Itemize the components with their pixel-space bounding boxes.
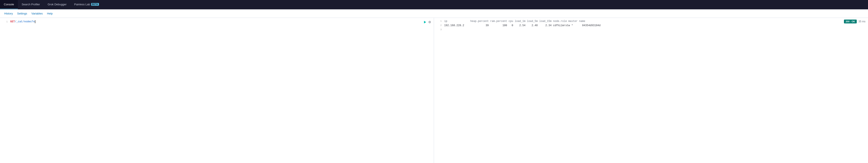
line-number-1: 1 bbox=[2, 21, 8, 23]
tab-console-label: Console bbox=[4, 3, 14, 6]
output-line-number-2: 2 bbox=[436, 24, 442, 27]
tab-grok-debugger[interactable]: Grok Debugger bbox=[44, 0, 70, 9]
method-get: GET bbox=[10, 20, 15, 23]
status-badge-area: 200 - OK 35 ms bbox=[844, 20, 865, 24]
output-line-1: 1 ip heap.percent ram.percent cpu load_1… bbox=[434, 20, 868, 24]
tab-grok-debugger-label: Grok Debugger bbox=[48, 3, 67, 6]
output-line-number-3: 3 bbox=[436, 28, 442, 31]
tab-painless-lab[interactable]: Painless Lab BETA bbox=[70, 0, 103, 9]
tab-painless-lab-label: Painless Lab bbox=[74, 3, 90, 6]
status-badge: 200 - OK bbox=[844, 20, 857, 24]
output-line-number-1: 1 bbox=[436, 20, 442, 22]
time-badge: 35 ms bbox=[859, 20, 865, 23]
settings-button[interactable]: Settings bbox=[15, 11, 29, 16]
output-panel: 200 - OK 35 ms 1 ip heap.percent ram.per… bbox=[434, 18, 868, 163]
editor-panel: 1 GET /_cat/nodes?v ⚙ bbox=[0, 18, 434, 163]
history-label: History bbox=[4, 12, 13, 15]
editor-line-1: 1 GET /_cat/nodes?v bbox=[0, 20, 434, 24]
text-cursor bbox=[35, 20, 35, 23]
help-button[interactable]: Help bbox=[45, 11, 55, 16]
output-line-2: 2 192.168.228.2 39 100 0 2.54 2.48 2.34 … bbox=[434, 24, 868, 28]
play-icon bbox=[424, 21, 426, 24]
tab-search-profiler-label: Search Profiler bbox=[22, 3, 40, 6]
editor-area[interactable]: 1 GET /_cat/nodes?v bbox=[0, 18, 434, 163]
run-button[interactable] bbox=[423, 20, 427, 24]
variables-label: Variables bbox=[31, 12, 42, 15]
tab-console[interactable]: Console bbox=[0, 0, 18, 9]
editor-actions: ⚙ bbox=[423, 20, 432, 25]
main-content: 1 GET /_cat/nodes?v ⚙ 200 - OK 35 ms bbox=[0, 18, 868, 163]
variables-button[interactable]: Variables bbox=[30, 11, 44, 16]
output-content-2: 192.168.228.2 39 100 0 2.54 2.48 2.34 cd… bbox=[444, 24, 866, 27]
toolbar: History Settings Variables Help bbox=[0, 9, 868, 18]
url-path: /_cat/nodes?v bbox=[15, 20, 35, 23]
settings-wrench-button[interactable]: ⚙ bbox=[428, 20, 432, 25]
output-line-3: 3 bbox=[434, 28, 868, 32]
output-content-1: ip heap.percent ram.percent cpu load_1m … bbox=[444, 20, 866, 23]
tab-search-profiler[interactable]: Search Profiler bbox=[18, 0, 44, 9]
output-area: 1 ip heap.percent ram.percent cpu load_1… bbox=[434, 18, 868, 163]
settings-label: Settings bbox=[17, 12, 27, 15]
line-content-1: GET /_cat/nodes?v bbox=[10, 20, 432, 23]
history-button[interactable]: History bbox=[3, 11, 14, 16]
beta-badge: BETA bbox=[91, 3, 99, 6]
top-nav: Console Search Profiler Grok Debugger Pa… bbox=[0, 0, 868, 9]
wrench-icon: ⚙ bbox=[428, 20, 431, 24]
help-label: Help bbox=[47, 12, 53, 15]
